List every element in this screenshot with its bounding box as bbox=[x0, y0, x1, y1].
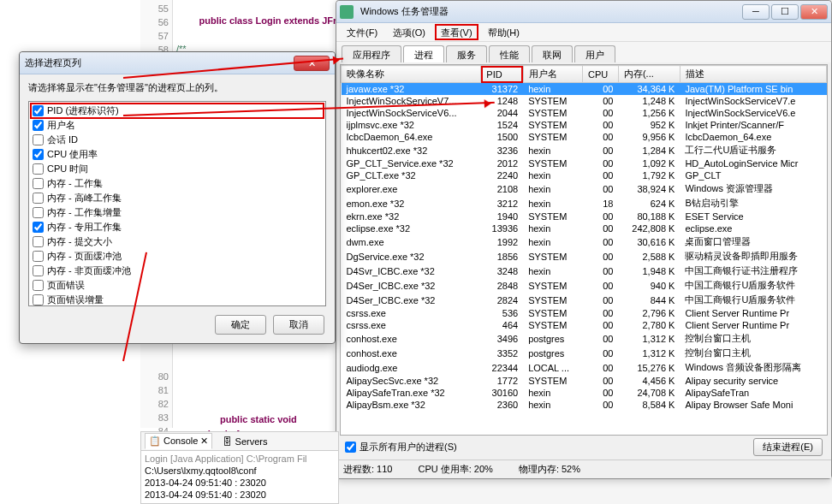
table-row[interactable]: ekrn.exe *321940SYSTEM0080,188 KESET Ser… bbox=[342, 210, 827, 222]
console-output[interactable]: Login [Java Application] C:\Program Fil … bbox=[141, 451, 338, 502]
table-row[interactable]: dwm.exe1992hexin0030,616 K桌面窗口管理器 bbox=[342, 234, 827, 249]
table-row[interactable]: GP_CLT.exe *322240hexin001,792 KGP_CLT bbox=[342, 169, 827, 181]
column-option[interactable]: 内存 - 高峰工作集 bbox=[31, 191, 324, 205]
tab-性能[interactable]: 性能 bbox=[489, 45, 530, 62]
column-checkbox[interactable] bbox=[33, 149, 44, 160]
table-row[interactable]: javaw.exe *3231372hexin0034,364 KJava(TM… bbox=[342, 83, 827, 96]
end-process-button[interactable]: 结束进程(E) bbox=[753, 438, 823, 456]
col-header[interactable]: 映像名称 bbox=[342, 66, 481, 83]
table-row[interactable]: conhost.exe3496postgres001,312 K控制台窗口主机 bbox=[342, 331, 827, 346]
col-header[interactable]: 用户名 bbox=[523, 66, 582, 83]
column-checkbox[interactable] bbox=[33, 222, 44, 233]
column-option[interactable]: 页面错误增量 bbox=[31, 293, 324, 306]
table-row[interactable]: csrss.exe464SYSTEM002,780 KClient Server… bbox=[342, 319, 827, 331]
minimize-icon[interactable]: ─ bbox=[742, 4, 770, 20]
table-row[interactable]: ijplmsvc.exe *321524SYSTEM00952 KInkjet … bbox=[342, 119, 827, 131]
column-checkbox[interactable] bbox=[33, 280, 44, 291]
column-label: 页面错误增量 bbox=[47, 294, 104, 306]
column-option[interactable]: 内存 - 提交大小 bbox=[31, 234, 324, 249]
dialog-title: 选择进程页列 bbox=[25, 56, 294, 69]
column-label: 内存 - 工作集增量 bbox=[47, 206, 122, 219]
table-row[interactable]: hhukcert02.exe *323236hexin001,284 K工行二代… bbox=[342, 143, 827, 157]
table-row[interactable]: csrss.exe536SYSTEM002,796 KClient Server… bbox=[342, 307, 827, 319]
menu-item[interactable]: 帮助(H) bbox=[483, 25, 525, 39]
column-label: 内存 - 提交大小 bbox=[47, 235, 112, 248]
process-table: 映像名称PID用户名CPU内存(...描述 javaw.exe *3231372… bbox=[341, 65, 827, 411]
close-icon[interactable]: ✕ bbox=[800, 4, 828, 20]
table-row[interactable]: InjectWinSockServiceV6...2044SYSTEM001,2… bbox=[342, 107, 827, 119]
table-row[interactable]: D4Ser_ICBC.exe *322848SYSTEM00940 K中国工商银… bbox=[342, 278, 827, 293]
column-checkbox[interactable] bbox=[33, 207, 44, 218]
table-row[interactable]: AlipaySecSvc.exe *321772SYSTEM004,456 KA… bbox=[342, 375, 827, 387]
col-header[interactable]: CPU bbox=[582, 66, 618, 83]
table-row[interactable]: AlipayBsm.exe *322360hexin008,584 KAlipa… bbox=[342, 399, 827, 411]
tm-statusbar: 进程数: 110 CPU 使用率: 20% 物理内存: 52% bbox=[336, 460, 831, 478]
tm-table-scroll[interactable]: 映像名称PID用户名CPU内存(...描述 javaw.exe *3231372… bbox=[341, 65, 827, 435]
menu-item[interactable]: 文件(F) bbox=[342, 25, 383, 39]
column-option[interactable]: 内存 - 工作集 bbox=[31, 176, 324, 191]
tab-服务[interactable]: 服务 bbox=[446, 45, 487, 62]
column-checkbox[interactable] bbox=[33, 251, 44, 262]
column-checkbox[interactable] bbox=[33, 265, 44, 276]
column-label: 内存 - 非页面缓冲池 bbox=[47, 264, 131, 277]
column-option[interactable]: 页面错误 bbox=[31, 278, 324, 293]
column-label: 会话 ID bbox=[47, 133, 78, 146]
maximize-icon[interactable]: ☐ bbox=[771, 4, 799, 20]
col-header[interactable]: 描述 bbox=[680, 66, 826, 83]
ok-button[interactable]: 确定 bbox=[215, 315, 266, 335]
column-label: PID (进程标识符) bbox=[47, 104, 119, 117]
col-header[interactable]: 内存(... bbox=[618, 66, 680, 83]
column-label: 页面错误 bbox=[47, 279, 85, 292]
column-label: 用户名 bbox=[47, 119, 75, 132]
table-row[interactable]: GP_CLT_Service.exe *322012SYSTEM001,092 … bbox=[342, 157, 827, 169]
column-option[interactable]: 内存 - 页面缓冲池 bbox=[31, 249, 324, 264]
tm-tabbar[interactable]: 应用程序进程服务性能联网用户 bbox=[336, 42, 831, 62]
column-checkbox[interactable] bbox=[33, 178, 44, 189]
tab-联网[interactable]: 联网 bbox=[532, 45, 573, 62]
menu-item[interactable]: 查看(V) bbox=[436, 25, 478, 39]
tm-titlebar[interactable]: Windows 任务管理器 ─ ☐ ✕ bbox=[336, 1, 831, 23]
show-all-users-checkbox[interactable]: 显示所有用户的进程(S) bbox=[345, 441, 457, 454]
cancel-button[interactable]: 取消 bbox=[273, 315, 324, 335]
table-row[interactable]: IcbcDaemon_64.exe1500SYSTEM009,956 KIcbc… bbox=[342, 131, 827, 143]
table-row[interactable]: eclipse.exe *3213936hexin00242,808 Kecli… bbox=[342, 222, 827, 234]
table-row[interactable]: D4Svr_ICBC.exe *323248hexin001,948 K中国工商… bbox=[342, 264, 827, 278]
tab-进程[interactable]: 进程 bbox=[403, 45, 444, 62]
column-label: 内存 - 工作集 bbox=[47, 177, 103, 190]
table-row[interactable]: explorer.exe2108hexin0038,924 KWindows 资… bbox=[342, 181, 827, 196]
column-checkbox[interactable] bbox=[33, 120, 44, 131]
show-all-checkbox[interactable] bbox=[345, 442, 356, 453]
column-checkbox[interactable] bbox=[33, 163, 44, 175]
table-row[interactable]: D4Ser_ICBC.exe *322824SYSTEM00844 K中国工商银… bbox=[342, 293, 827, 307]
tab-应用程序[interactable]: 应用程序 bbox=[342, 45, 401, 62]
task-manager-window: Windows 任务管理器 ─ ☐ ✕ 文件(F)选项(O)查看(V)帮助(H)… bbox=[336, 0, 832, 479]
column-option[interactable]: 用户名 bbox=[31, 118, 324, 133]
table-row[interactable]: audiodg.exe22344LOCAL ...0015,276 KWindo… bbox=[342, 360, 827, 375]
table-row[interactable]: emon.exe *323212hexin18624 KB钻启动引擎 bbox=[342, 196, 827, 210]
tab-用户[interactable]: 用户 bbox=[574, 45, 615, 62]
column-checkbox[interactable] bbox=[33, 236, 44, 247]
column-option[interactable]: 内存 - 工作集增量 bbox=[31, 205, 324, 220]
column-checkbox[interactable] bbox=[33, 193, 44, 204]
menu-item[interactable]: 选项(O) bbox=[388, 25, 431, 39]
column-checkbox[interactable] bbox=[33, 105, 44, 116]
columns-checklist[interactable]: PID (进程标识符)用户名会话 IDCPU 使用率CPU 时间内存 - 工作集… bbox=[28, 101, 326, 306]
column-option[interactable]: CPU 使用率 bbox=[31, 147, 324, 162]
column-checkbox[interactable] bbox=[33, 294, 44, 305]
tm-process-panel: 映像名称PID用户名CPU内存(...描述 javaw.exe *3231372… bbox=[340, 64, 828, 436]
table-body: javaw.exe *3231372hexin0034,364 KJava(TM… bbox=[342, 83, 827, 412]
column-checkbox[interactable] bbox=[33, 134, 44, 145]
column-option[interactable]: 内存 - 专用工作集 bbox=[31, 220, 324, 234]
tab-console[interactable]: 📋 Console ✕ bbox=[145, 433, 212, 449]
table-row[interactable]: conhost.exe3352postgres001,312 K控制台窗口主机 bbox=[342, 346, 827, 360]
column-option[interactable]: CPU 时间 bbox=[31, 162, 324, 176]
col-header[interactable]: PID bbox=[481, 66, 523, 83]
column-option[interactable]: 内存 - 非页面缓冲池 bbox=[31, 264, 324, 278]
tab-servers[interactable]: 🗄 Servers bbox=[219, 435, 270, 448]
tm-app-icon bbox=[340, 5, 354, 19]
table-row[interactable]: AlipaySafeTran.exe *3230160hexin0024,708… bbox=[342, 387, 827, 399]
dialog-prompt: 请选择将显示在"任务管理器"的进程页上的列。 bbox=[28, 81, 326, 94]
column-option[interactable]: 会话 ID bbox=[31, 133, 324, 147]
tm-menubar[interactable]: 文件(F)选项(O)查看(V)帮助(H) bbox=[336, 23, 831, 42]
table-row[interactable]: DgService.exe *321856SYSTEM002,588 K驱动精灵… bbox=[342, 249, 827, 264]
